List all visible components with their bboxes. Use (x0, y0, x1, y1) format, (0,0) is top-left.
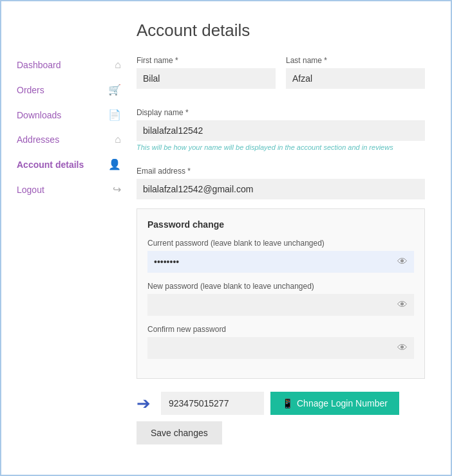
last-name-group: Last name * (286, 56, 425, 89)
phone-input[interactable] (161, 392, 264, 415)
main-content: Account details First name * Last name *… (124, 14, 438, 462)
confirm-password-group: Confirm new password 👁 (147, 325, 414, 359)
email-input[interactable] (137, 179, 425, 199)
orders-icon: 🛒 (108, 84, 121, 96)
new-password-group: New password (leave blank to leave uncha… (147, 282, 414, 316)
display-name-group: Display name * This will be how your nam… (137, 108, 425, 158)
phone-icon: 📱 (282, 398, 293, 408)
sidebar-item-account-details[interactable]: Account details 👤 (14, 152, 124, 177)
current-password-eye-icon[interactable]: 👁 (397, 256, 408, 268)
first-name-label: First name * (137, 56, 276, 65)
sidebar-item-addresses[interactable]: Addresses ⌂ (14, 127, 124, 152)
confirm-password-label: Confirm new password (147, 325, 414, 334)
sidebar-item-dashboard[interactable]: Dashboard ⌂ (14, 53, 124, 77)
page-title: Account details (137, 21, 425, 41)
dashboard-icon: ⌂ (115, 59, 121, 71)
last-name-input[interactable] (286, 68, 425, 89)
current-password-label: Current password (leave blank to leave u… (147, 239, 414, 248)
sidebar-item-logout[interactable]: Logout ↪ (14, 177, 124, 202)
password-section-title: Password change (147, 219, 414, 230)
email-label: Email address * (137, 167, 425, 176)
display-name-label: Display name * (137, 108, 425, 117)
password-section: Password change Current password (leave … (137, 208, 425, 379)
first-name-input[interactable] (137, 68, 276, 89)
display-name-input[interactable] (137, 120, 425, 141)
arrow-right-icon: ➔ (137, 394, 151, 414)
new-password-label: New password (leave blank to leave uncha… (147, 282, 414, 291)
confirm-password-eye-icon[interactable]: 👁 (397, 342, 408, 354)
bottom-section: ➔ 📱 Chnage Login Number Save changes (137, 392, 425, 444)
display-name-hint: This will be how your name will be displ… (137, 143, 425, 151)
phone-row: ➔ 📱 Chnage Login Number (137, 392, 425, 415)
new-password-eye-icon[interactable]: 👁 (397, 299, 408, 311)
last-name-label: Last name * (286, 56, 425, 65)
current-password-group: Current password (leave blank to leave u… (147, 239, 414, 273)
addresses-icon: ⌂ (115, 134, 121, 145)
change-login-button[interactable]: 📱 Chnage Login Number (270, 392, 399, 415)
current-password-input[interactable] (147, 251, 414, 273)
sidebar-item-orders[interactable]: Orders 🛒 (14, 77, 124, 102)
downloads-icon: 📄 (108, 109, 121, 121)
name-row: First name * Last name * (137, 56, 425, 98)
sidebar-item-downloads[interactable]: Downloads 📄 (14, 102, 124, 127)
confirm-password-wrapper: 👁 (147, 337, 414, 359)
account-details-icon: 👤 (108, 158, 121, 170)
logout-icon: ↪ (113, 183, 121, 196)
new-password-input[interactable] (147, 294, 414, 316)
sidebar: Dashboard ⌂ Orders 🛒 Downloads 📄 Address… (14, 14, 124, 462)
save-changes-button[interactable]: Save changes (137, 421, 222, 444)
email-group: Email address * (137, 167, 425, 199)
confirm-password-input[interactable] (147, 337, 414, 359)
new-password-wrapper: 👁 (147, 294, 414, 316)
current-password-wrapper: 👁 (147, 251, 414, 273)
first-name-group: First name * (137, 56, 276, 89)
